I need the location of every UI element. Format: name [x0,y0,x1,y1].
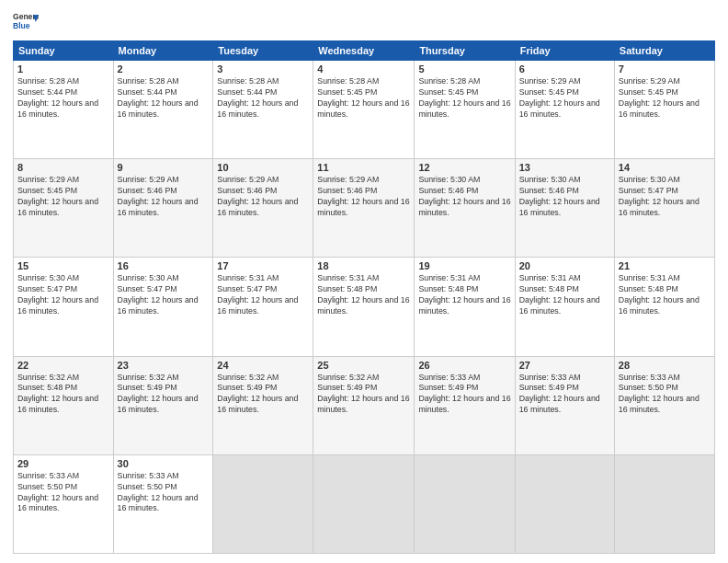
weekday-header-friday: Friday [515,41,614,61]
day-info: Sunrise: 5:28 AM Sunset: 5:44 PM Dayligh… [118,76,210,121]
calendar-table: SundayMondayTuesdayWednesdayThursdayFrid… [13,40,715,554]
day-info: Sunrise: 5:33 AM Sunset: 5:49 PM Dayligh… [418,373,510,417]
day-info: Sunrise: 5:30 AM Sunset: 5:46 PM Dayligh… [519,175,610,219]
calendar-week-row: 1 Sunrise: 5:28 AM Sunset: 5:44 PM Dayli… [14,61,715,159]
day-info: Sunrise: 5:31 AM Sunset: 5:48 PM Dayligh… [317,273,410,317]
calendar-day-cell: 1 Sunrise: 5:28 AM Sunset: 5:44 PM Dayli… [14,61,114,159]
calendar-day-cell: 14 Sunrise: 5:30 AM Sunset: 5:47 PM Dayl… [614,159,714,258]
calendar-day-cell: 29 Sunrise: 5:33 AM Sunset: 5:50 PM Dayl… [14,454,114,553]
day-number: 29 [17,458,109,469]
calendar-day-cell: 3 Sunrise: 5:28 AM Sunset: 5:44 PM Dayli… [213,61,313,159]
day-number: 7 [619,63,711,75]
calendar-day-cell: 18 Sunrise: 5:31 AM Sunset: 5:48 PM Dayl… [313,258,415,356]
calendar-day-cell: 10 Sunrise: 5:29 AM Sunset: 5:46 PM Dayl… [213,159,313,258]
day-info: Sunrise: 5:32 AM Sunset: 5:49 PM Dayligh… [217,373,309,417]
calendar-day-cell: 4 Sunrise: 5:28 AM Sunset: 5:45 PM Dayli… [313,61,415,159]
day-info: Sunrise: 5:33 AM Sunset: 5:49 PM Dayligh… [519,373,610,417]
day-info: Sunrise: 5:29 AM Sunset: 5:46 PM Dayligh… [217,175,309,219]
calendar-week-row: 15 Sunrise: 5:30 AM Sunset: 5:47 PM Dayl… [14,258,715,356]
day-info: Sunrise: 5:29 AM Sunset: 5:45 PM Dayligh… [619,76,711,121]
day-number: 28 [619,360,711,371]
day-number: 14 [619,162,711,173]
weekday-header-monday: Monday [113,41,213,61]
weekday-header-wednesday: Wednesday [313,41,415,61]
calendar-day-cell: 9 Sunrise: 5:29 AM Sunset: 5:46 PM Dayli… [113,159,213,258]
calendar-week-row: 8 Sunrise: 5:29 AM Sunset: 5:45 PM Dayli… [14,159,715,258]
calendar-week-row: 29 Sunrise: 5:33 AM Sunset: 5:50 PM Dayl… [14,454,715,553]
calendar-day-cell: 6 Sunrise: 5:29 AM Sunset: 5:45 PM Dayli… [515,61,614,159]
day-number: 4 [317,63,410,75]
day-number: 11 [317,162,410,173]
day-number: 12 [418,162,510,173]
calendar-day-cell: 2 Sunrise: 5:28 AM Sunset: 5:44 PM Dayli… [113,61,213,159]
day-number: 25 [317,360,410,371]
svg-text:Blue: Blue [13,21,30,30]
calendar-day-cell [614,454,714,553]
day-info: Sunrise: 5:30 AM Sunset: 5:47 PM Dayligh… [17,273,109,317]
day-number: 5 [418,63,510,75]
day-number: 13 [519,162,610,173]
day-info: Sunrise: 5:28 AM Sunset: 5:45 PM Dayligh… [317,76,410,121]
calendar-day-cell: 28 Sunrise: 5:33 AM Sunset: 5:50 PM Dayl… [614,356,714,454]
calendar-day-cell: 8 Sunrise: 5:29 AM Sunset: 5:45 PM Dayli… [14,159,114,258]
day-info: Sunrise: 5:31 AM Sunset: 5:48 PM Dayligh… [519,273,610,317]
calendar-day-cell [515,454,614,553]
day-info: Sunrise: 5:32 AM Sunset: 5:48 PM Dayligh… [17,373,109,417]
day-info: Sunrise: 5:33 AM Sunset: 5:50 PM Dayligh… [619,373,711,417]
day-info: Sunrise: 5:31 AM Sunset: 5:48 PM Dayligh… [619,273,711,317]
page: General Blue SundayMondayTuesdayWednesda… [0,0,728,563]
logo: General Blue [13,9,39,35]
header: General Blue [13,9,715,35]
day-number: 24 [217,360,309,371]
day-number: 6 [519,63,610,75]
calendar-day-cell: 12 Sunrise: 5:30 AM Sunset: 5:46 PM Dayl… [415,159,515,258]
calendar-day-cell [213,454,313,553]
day-number: 27 [519,360,610,371]
day-number: 21 [619,260,711,271]
day-number: 18 [317,260,410,271]
day-info: Sunrise: 5:29 AM Sunset: 5:46 PM Dayligh… [317,175,410,219]
calendar-day-cell: 20 Sunrise: 5:31 AM Sunset: 5:48 PM Dayl… [515,258,614,356]
calendar-day-cell: 26 Sunrise: 5:33 AM Sunset: 5:49 PM Dayl… [415,356,515,454]
calendar-day-cell [313,454,415,553]
calendar-day-cell [415,454,515,553]
day-number: 15 [17,260,109,271]
weekday-header-saturday: Saturday [614,41,714,61]
day-info: Sunrise: 5:32 AM Sunset: 5:49 PM Dayligh… [317,373,410,417]
calendar-day-cell: 11 Sunrise: 5:29 AM Sunset: 5:46 PM Dayl… [313,159,415,258]
day-number: 16 [118,260,210,271]
day-number: 17 [217,260,309,271]
calendar-week-row: 22 Sunrise: 5:32 AM Sunset: 5:48 PM Dayl… [14,356,715,454]
day-info: Sunrise: 5:30 AM Sunset: 5:46 PM Dayligh… [418,175,510,219]
day-info: Sunrise: 5:28 AM Sunset: 5:45 PM Dayligh… [418,76,510,121]
calendar-day-cell: 15 Sunrise: 5:30 AM Sunset: 5:47 PM Dayl… [14,258,114,356]
day-info: Sunrise: 5:33 AM Sunset: 5:50 PM Dayligh… [17,471,109,515]
logo-icon: General Blue [13,9,39,35]
day-info: Sunrise: 5:29 AM Sunset: 5:45 PM Dayligh… [519,76,610,121]
calendar-day-cell: 30 Sunrise: 5:33 AM Sunset: 5:50 PM Dayl… [113,454,213,553]
weekday-header-row: SundayMondayTuesdayWednesdayThursdayFrid… [14,41,715,61]
weekday-header-sunday: Sunday [14,41,114,61]
day-number: 2 [118,63,210,75]
day-number: 3 [217,63,309,75]
day-info: Sunrise: 5:29 AM Sunset: 5:46 PM Dayligh… [118,175,210,219]
weekday-header-tuesday: Tuesday [213,41,313,61]
day-info: Sunrise: 5:32 AM Sunset: 5:49 PM Dayligh… [118,373,210,417]
calendar-day-cell: 27 Sunrise: 5:33 AM Sunset: 5:49 PM Dayl… [515,356,614,454]
day-number: 26 [418,360,510,371]
calendar-day-cell: 7 Sunrise: 5:29 AM Sunset: 5:45 PM Dayli… [614,61,714,159]
calendar-day-cell: 17 Sunrise: 5:31 AM Sunset: 5:47 PM Dayl… [213,258,313,356]
day-info: Sunrise: 5:31 AM Sunset: 5:48 PM Dayligh… [418,273,510,317]
calendar-day-cell: 24 Sunrise: 5:32 AM Sunset: 5:49 PM Dayl… [213,356,313,454]
calendar-day-cell: 23 Sunrise: 5:32 AM Sunset: 5:49 PM Dayl… [113,356,213,454]
day-info: Sunrise: 5:28 AM Sunset: 5:44 PM Dayligh… [17,76,109,121]
day-number: 19 [418,260,510,271]
calendar-day-cell: 21 Sunrise: 5:31 AM Sunset: 5:48 PM Dayl… [614,258,714,356]
day-number: 9 [118,162,210,173]
day-info: Sunrise: 5:30 AM Sunset: 5:47 PM Dayligh… [118,273,210,317]
day-info: Sunrise: 5:30 AM Sunset: 5:47 PM Dayligh… [619,175,711,219]
day-info: Sunrise: 5:31 AM Sunset: 5:47 PM Dayligh… [217,273,309,317]
day-number: 1 [17,63,109,75]
calendar-day-cell: 25 Sunrise: 5:32 AM Sunset: 5:49 PM Dayl… [313,356,415,454]
day-info: Sunrise: 5:29 AM Sunset: 5:45 PM Dayligh… [17,175,109,219]
